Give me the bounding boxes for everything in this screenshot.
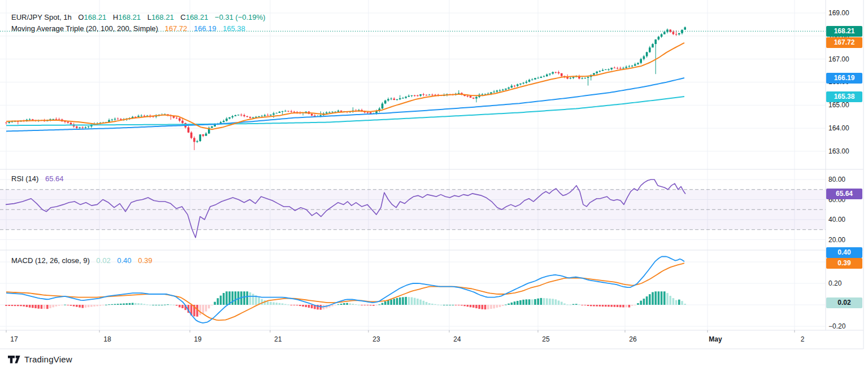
axis-price-badge[interactable]: 0.40 xyxy=(826,247,862,258)
macd-layer xyxy=(5,257,686,323)
axis-price-badge[interactable]: 0.39 xyxy=(826,258,862,269)
axis-price-badge[interactable]: 0.02 xyxy=(826,297,862,308)
time-tick-label: 25 xyxy=(529,335,563,343)
symbol-title: EUR/JPY Spot, 1h xyxy=(11,13,72,21)
macd-signal-value: 0.39 xyxy=(138,256,152,265)
axis-price-badge[interactable]: 167.72 xyxy=(826,37,862,48)
candlestick-layer xyxy=(5,27,686,150)
chart-canvas[interactable] xyxy=(0,0,868,372)
axis-price-badge[interactable]: 166.19 xyxy=(826,73,862,84)
ma-indicator-title: Moving Average Triple (20, 100, 200, Sim… xyxy=(11,24,158,33)
ohlc-high: H168.21 xyxy=(113,13,141,21)
price-change: −0.31 (−0.19%) xyxy=(215,13,266,21)
time-tick-label: 24 xyxy=(440,335,474,343)
time-tick-label: 23 xyxy=(359,335,393,343)
macd-tick-label: −0.20 xyxy=(828,322,863,330)
price-tick-label: 164.00 xyxy=(828,124,863,132)
macd-legend-row[interactable]: MACD (12, 26, close, 9) 0.02 0.40 0.39 xyxy=(11,255,153,266)
tradingview-logo-icon xyxy=(8,356,20,364)
time-tick-label: May xyxy=(698,335,732,343)
trading-chart-app: EUR/JPY Spot, 1h O168.21 H168.21 L168.21… xyxy=(0,0,868,372)
price-tick-label: 169.00 xyxy=(828,9,863,17)
price-tick-label: 165.00 xyxy=(828,101,863,109)
macd-tick-label: 0.20 xyxy=(828,279,863,287)
time-tick-label: 18 xyxy=(90,335,124,343)
ma20-value: 167.72 xyxy=(165,24,188,33)
rsi-tick-label: 40.00 xyxy=(828,216,863,224)
rsi-legend-row[interactable]: RSI (14) 65.64 xyxy=(11,173,64,185)
tradingview-logo-text: TradingView xyxy=(24,355,72,364)
macd-hist-value: 0.02 xyxy=(96,256,110,265)
ohlc-low: L168.21 xyxy=(147,13,174,21)
price-tick-label: 163.00 xyxy=(828,147,863,155)
time-tick-label: 17 xyxy=(0,335,31,343)
time-tick-label: 19 xyxy=(181,335,215,343)
ma100-value: 166.19 xyxy=(194,24,216,33)
time-tick-label: 2 xyxy=(785,335,819,343)
ma-legend-row[interactable]: Moving Average Triple (20, 100, 200, Sim… xyxy=(11,23,245,34)
symbol-legend-row[interactable]: EUR/JPY Spot, 1h O168.21 H168.21 L168.21… xyxy=(11,12,266,23)
rsi-indicator-title: RSI (14) xyxy=(11,174,38,183)
price-tick-label: 167.00 xyxy=(828,55,863,63)
rsi-tick-label: 80.00 xyxy=(828,176,863,183)
ohlc-open: O168.21 xyxy=(78,13,106,21)
rsi-value: 65.64 xyxy=(45,174,64,183)
macd-indicator-title: MACD (12, 26, close, 9) xyxy=(11,256,90,265)
axis-price-badge[interactable]: 65.64 xyxy=(826,189,862,199)
rsi-tick-label: 20.00 xyxy=(828,236,863,244)
time-tick-label: 21 xyxy=(261,335,295,343)
time-tick-label: 26 xyxy=(616,335,650,343)
ma200-value: 165.38 xyxy=(223,24,245,33)
macd-line-value: 0.40 xyxy=(117,256,131,265)
ohlc-close: C168.21 xyxy=(180,13,208,21)
axis-price-badge[interactable]: 165.38 xyxy=(826,91,862,102)
axis-price-badge[interactable]: 168.21 xyxy=(826,26,862,37)
tradingview-attribution[interactable]: TradingView xyxy=(8,355,72,364)
